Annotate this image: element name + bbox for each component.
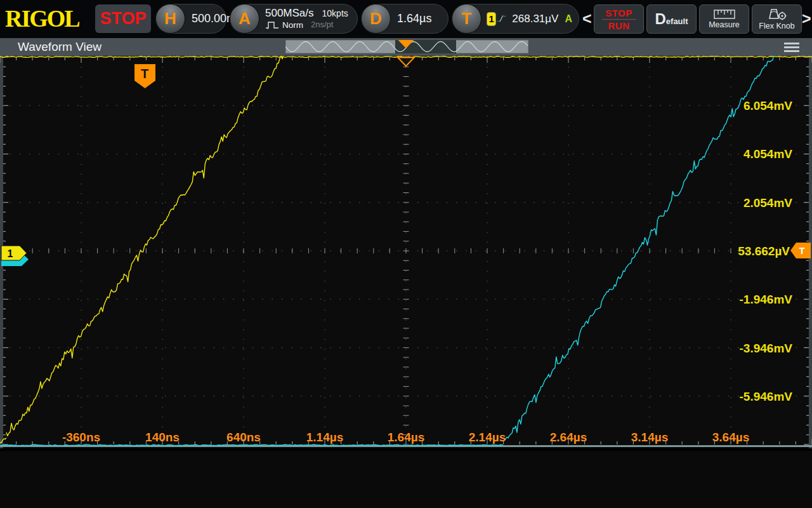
ch1-trace	[6, 56, 287, 436]
hamburger-icon[interactable]	[784, 43, 799, 54]
knob-icon	[767, 8, 787, 20]
trigger-position-marker[interactable]	[398, 58, 414, 67]
voltage-label: -1.946mV	[740, 293, 793, 306]
horizontal-scale-control[interactable]: H 500.00ns/	[155, 4, 226, 34]
voltage-label: 53.662µV	[738, 244, 790, 258]
stop-label: STOP	[605, 8, 632, 18]
voltage-label: -5.946mV	[740, 390, 793, 403]
default-button[interactable]: Default	[646, 4, 697, 34]
voltage-label: -3.946mV	[740, 342, 793, 355]
pulse-icon	[265, 21, 279, 29]
trigger-control[interactable]: T 1 268.31µV A	[452, 4, 579, 34]
trigger-time-flag-label: T	[141, 67, 148, 81]
measure-label: Measure	[709, 20, 740, 29]
flex-knob-button[interactable]: Flex Knob	[752, 4, 802, 34]
trigger-level-value: 268.31µV	[512, 13, 558, 25]
acquire-mode: Norm	[282, 20, 303, 30]
trigger-source-badge: 1	[487, 12, 496, 26]
rigol-logo: RIGOL	[5, 4, 79, 32]
acquire-info: 500MSa/s 10kpts Norm 2ns/pt	[265, 7, 348, 30]
flex-knob-label: Flex Knob	[759, 22, 794, 30]
time-label: 2.14µs	[469, 431, 506, 444]
time-label: 1.14µs	[306, 431, 344, 444]
record-minimap[interactable]	[285, 40, 528, 53]
waveform-view-title: Waveform View	[18, 40, 102, 54]
acquire-control[interactable]: A 500MSa/s 10kpts Norm 2ns/pt	[230, 4, 358, 34]
bottom-status-bar: R CH1 2.00mV/ Ω -53.66µV	[0, 451, 812, 508]
time-label: -360ns	[62, 431, 100, 444]
trigger-knob-button[interactable]: T	[452, 4, 481, 34]
sample-rate: 500MSa/s	[265, 7, 314, 20]
voltage-label: 4.054mV	[743, 147, 792, 161]
acquire-knob-button[interactable]: A	[230, 4, 259, 34]
time-label: 1.64µs	[388, 431, 425, 444]
trigger-level-marker-label: T	[799, 245, 804, 256]
measure-button[interactable]: Measure	[699, 4, 749, 34]
oscilloscope-screen: RIGOL STOP H 500.00ns/ A 500MSa/s 10kpts…	[0, 0, 812, 508]
horizontal-knob-button[interactable]: H	[155, 4, 185, 34]
delay-knob-button[interactable]: D	[361, 4, 391, 34]
ch1-offset-marker-label: 1	[8, 248, 13, 259]
voltage-label: 2.054mV	[743, 196, 792, 210]
scope-graticule: T1T6.054mV4.054mV2.054mV53.662µV-1.946mV…	[0, 56, 812, 448]
memory-depth: 10kpts	[322, 8, 348, 18]
time-label: 2.64µs	[550, 431, 587, 444]
stop-run-divider	[602, 19, 636, 20]
toolbar-scroll-left-icon[interactable]: <	[582, 10, 592, 28]
waveform-display: T1T6.054mV4.054mV2.054mV53.662µV-1.946mV…	[0, 56, 812, 448]
rising-edge-icon	[496, 11, 506, 27]
trigger-sweep-mode: A	[565, 13, 572, 25]
time-label: 640ns	[226, 431, 261, 444]
time-label: 3.64µs	[712, 431, 750, 444]
delay-control[interactable]: D 1.64µs	[361, 4, 449, 34]
waveform-view-header: Waveform View	[0, 38, 812, 56]
time-label: 3.14µs	[631, 431, 669, 444]
run-state-badge: STOP	[95, 4, 151, 33]
default-rest: efault	[666, 17, 688, 26]
default-initial: D	[655, 10, 665, 28]
ch2-trace	[503, 56, 776, 441]
time-resolution: 2ns/pt	[311, 20, 333, 30]
ruler-icon	[714, 10, 735, 19]
toolbar-scroll-right-icon[interactable]: >	[802, 10, 811, 28]
run-label: RUN	[608, 21, 630, 30]
voltage-label: 6.054mV	[743, 99, 792, 112]
stop-run-button[interactable]: STOP RUN	[594, 4, 644, 34]
top-toolbar: RIGOL STOP H 500.00ns/ A 500MSa/s 10kpts…	[0, 0, 812, 38]
time-label: 140ns	[145, 431, 180, 444]
delay-value: 1.64µs	[397, 12, 431, 25]
